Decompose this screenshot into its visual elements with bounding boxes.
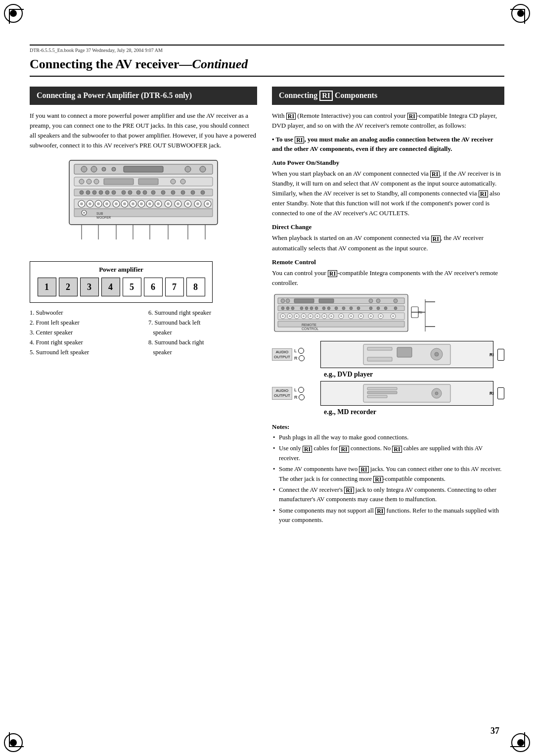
svg-point-86: [286, 299, 290, 303]
bold-note: • To use RI, you must make an analog aud…: [272, 135, 504, 154]
ri-icon-4: RI: [430, 171, 440, 178]
svg-rect-14: [138, 179, 158, 185]
svg-point-30: [171, 190, 175, 194]
list-item: 5. Surround left speaker: [30, 347, 138, 357]
svg-point-20: [92, 190, 96, 194]
list-item: 3. Center speaker: [30, 328, 138, 337]
page-title-prefix: Connecting the AV receiver: [30, 57, 179, 71]
list-item: 4. Front right speaker: [30, 337, 138, 347]
svg-point-16: [180, 179, 185, 184]
dvd-jack-l: [298, 348, 304, 354]
svg-point-134: [370, 315, 372, 317]
dvd-jack-row-r: R: [294, 355, 305, 361]
md-jack-column: L R: [294, 387, 305, 400]
ri-icon-5: RI: [479, 190, 488, 197]
svg-rect-6: [124, 166, 163, 172]
ri-title-prefix: Connecting: [279, 91, 317, 99]
svg-point-159: [435, 392, 438, 395]
subsection-remote-control-text: You can control your RI-compatible Integ…: [272, 268, 504, 288]
svg-point-106: [369, 307, 372, 310]
svg-point-98: [310, 307, 313, 310]
ri-intro-text: With RI (Remote Interactive) you can con…: [272, 111, 504, 131]
ri-icon-note-3: RI: [392, 446, 401, 453]
svg-point-100: [322, 307, 325, 310]
svg-point-29: [161, 190, 165, 194]
svg-point-97: [305, 307, 308, 310]
speaker-list-right-items: 6. Surround right speaker 7. Surround ba…: [148, 308, 257, 357]
svg-point-107: [377, 307, 380, 310]
svg-point-128: [340, 315, 342, 317]
svg-point-130: [350, 315, 352, 317]
svg-point-26: [136, 190, 140, 194]
svg-point-72: [83, 212, 85, 214]
right-section-heading: Connecting RI Components: [272, 87, 504, 105]
svg-point-120: [310, 315, 312, 317]
subsection-auto-power-title: Auto Power On/Standby: [272, 159, 504, 167]
svg-point-101: [327, 307, 330, 310]
page-number: 37: [490, 726, 499, 736]
svg-point-52: [148, 202, 151, 205]
num-7: 7: [165, 278, 184, 296]
svg-point-85: [281, 299, 285, 303]
svg-point-44: [115, 202, 118, 205]
md-jack-l-label: L: [294, 387, 297, 392]
dvd-jack-l-label: L: [294, 348, 297, 353]
speaker-list-left: 1. Subwoofer 2. Front left speaker 3. Ce…: [30, 308, 138, 357]
svg-point-116: [296, 315, 298, 317]
svg-point-8: [200, 166, 206, 172]
list-item: Push plugs in all the way to make good c…: [272, 433, 504, 442]
md-recorder-row: AUDIOOUTPUT L R: [272, 381, 504, 406]
ri-diagram-area: REMOTE CONTROL RI AUDIOOUTPUT: [272, 292, 504, 416]
svg-point-32: [191, 190, 195, 194]
svg-point-7: [185, 166, 191, 172]
notes-title: Notes:: [272, 423, 504, 431]
main-columns: Connecting a Power Amplifier (DTR-6.5 on…: [30, 87, 504, 526]
svg-point-24: [122, 190, 126, 194]
md-jack-row-l: L: [294, 387, 305, 393]
svg-point-19: [86, 190, 90, 194]
svg-point-5: [112, 167, 116, 171]
svg-text:SUB: SUB: [96, 212, 103, 215]
ri-title-suffix: Components: [335, 91, 377, 99]
svg-rect-155: [367, 387, 397, 390]
svg-point-109: [394, 307, 397, 310]
svg-point-91: [394, 299, 398, 303]
svg-point-152: [435, 352, 439, 356]
svg-point-4: [102, 167, 106, 171]
list-item: 7. Surround back left speaker: [148, 318, 257, 337]
dvd-ri-jack: [497, 349, 504, 361]
md-audio-jacks: AUDIOOUTPUT L R: [272, 387, 316, 400]
svg-point-48: [132, 202, 134, 205]
svg-rect-153: [367, 357, 392, 361]
subsection-direct-change-text: When playback is started on an AV compon…: [272, 233, 504, 253]
svg-point-28: [151, 190, 155, 194]
svg-point-118: [303, 315, 305, 317]
corner-tl: [9, 9, 24, 24]
svg-point-22: [105, 190, 109, 194]
md-ri-jack: [497, 387, 504, 399]
num-6: 6: [144, 278, 163, 296]
power-amp-label: Power amplifier: [36, 266, 206, 274]
svg-point-11: [87, 179, 91, 184]
svg-point-132: [360, 315, 362, 317]
svg-point-93: [281, 307, 284, 310]
speaker-list: 1. Subwoofer 2. Front left speaker 3. Ce…: [30, 308, 257, 357]
ri-symbol-header: RI: [319, 91, 333, 101]
svg-point-18: [80, 190, 84, 194]
svg-text:WOOFER: WOOFER: [96, 216, 111, 219]
dvd-audio-jacks: AUDIOOUTPUT L R: [272, 348, 316, 361]
right-section-title: Connecting RI Components: [279, 91, 377, 101]
ri-icon-6: RI: [431, 236, 441, 242]
svg-rect-87: [294, 299, 314, 303]
md-jack-l: [298, 387, 304, 393]
notes-list: Push plugs in all the way to make good c…: [272, 433, 504, 525]
svg-point-136: [380, 315, 382, 317]
header-rule: [30, 45, 504, 46]
svg-point-23: [112, 190, 116, 194]
svg-point-21: [99, 190, 103, 194]
left-section-title: Connecting a Power Amplifier (DTR-6.5 on…: [37, 91, 250, 101]
right-column: Connecting RI Components With RI (Remote…: [272, 87, 504, 526]
ri-icon-note-2: RI: [339, 446, 349, 453]
md-jack-row-r: R: [294, 394, 305, 400]
dvd-jack-row-l: L: [294, 348, 305, 354]
